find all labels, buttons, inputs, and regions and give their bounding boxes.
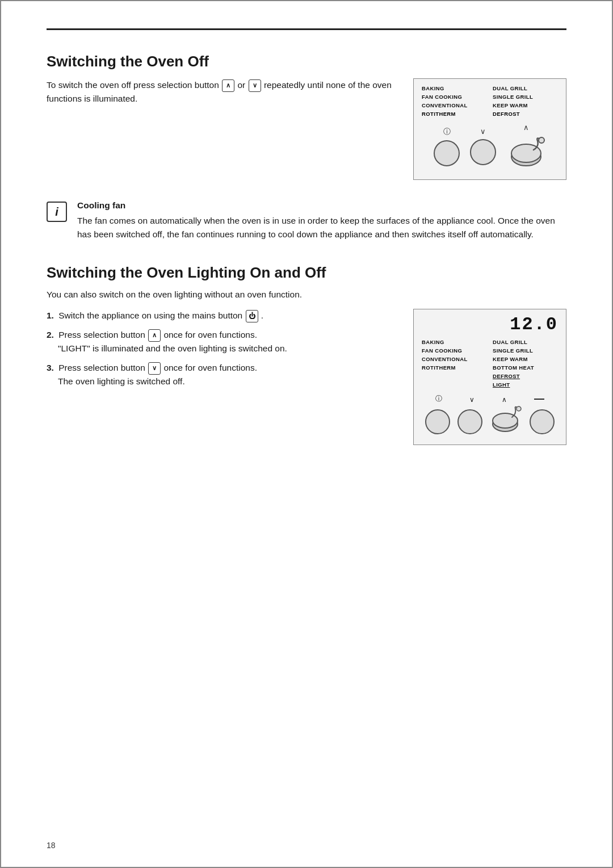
panel1-circle-1 bbox=[434, 140, 460, 166]
panel1-chevron-up-col: ∧ bbox=[506, 123, 546, 169]
svg-point-2 bbox=[539, 137, 544, 143]
panel2-display-row: 12.0 bbox=[422, 314, 558, 336]
up-btn-step2: ∧ bbox=[148, 329, 161, 342]
label-defrost: DEFROST bbox=[493, 110, 558, 118]
info-heading: Cooling fan bbox=[77, 200, 566, 211]
section1-title: Switching the Oven Off bbox=[47, 53, 566, 70]
section2-body: 1. Switch the appliance on using the mai… bbox=[47, 309, 566, 445]
p2-keep-warm: KEEP WARM bbox=[493, 355, 558, 363]
section-switching-off: Switching the Oven Off To switch the ove… bbox=[47, 53, 566, 180]
label-single-grill: SINGLE GRILL bbox=[493, 93, 558, 100]
panel1-labels: BAKING DUAL GRILL FAN COOKING SINGLE GRI… bbox=[422, 85, 558, 118]
section2-steps-text: 1. Switch the appliance on using the mai… bbox=[47, 309, 395, 445]
section-lighting: Switching the Oven Lighting On and Off Y… bbox=[47, 264, 566, 445]
p2-empty bbox=[422, 372, 487, 380]
panel2-display: 12.0 bbox=[510, 314, 558, 335]
panel1-circle-2 bbox=[470, 139, 496, 165]
p2-dual-grill: DUAL GRILL bbox=[493, 338, 558, 346]
p2-circle-3 bbox=[530, 409, 555, 434]
panel2-icon-row: ⓘ ∨ ∧ — bbox=[422, 393, 558, 404]
knob-svg bbox=[506, 135, 546, 168]
p2-baking: BAKING bbox=[422, 338, 487, 346]
power-button-icon: ⏻ bbox=[246, 310, 258, 322]
p2-info-icon: ⓘ bbox=[435, 394, 442, 404]
info-small-icon: ⓘ bbox=[443, 127, 451, 137]
panel2-labels: BAKING DUAL GRILL FAN COOKING SINGLE GRI… bbox=[422, 338, 558, 388]
panel-diagram-1: BAKING DUAL GRILL FAN COOKING SINGLE GRI… bbox=[413, 78, 566, 180]
p2-rotitherm: ROTITHERM bbox=[422, 364, 487, 371]
p2-defrost: DEFROST bbox=[493, 372, 558, 380]
p2-knob bbox=[489, 405, 522, 434]
p2-fan-cooking: FAN COOKING bbox=[422, 347, 487, 354]
page-number: 18 bbox=[47, 841, 56, 850]
step-1: 1. Switch the appliance on using the mai… bbox=[47, 309, 395, 322]
down-button-icon: ∨ bbox=[249, 79, 261, 92]
section1-text: To switch the oven off press selection b… bbox=[47, 78, 395, 180]
info-text-block: Cooling fan The fan comes on automatical… bbox=[77, 200, 566, 241]
section2-title: Switching the Oven Lighting On and Off bbox=[47, 264, 566, 282]
label-conventional: CONVENTIONAL bbox=[422, 102, 487, 109]
p2-dash: — bbox=[534, 393, 544, 405]
p2-circle-2 bbox=[457, 409, 482, 434]
step-2: 2. Press selection button ∧ once for ove… bbox=[47, 328, 395, 355]
panel1-chevron-down-col: ∨ bbox=[470, 127, 496, 165]
panel1-controls: ⓘ ∨ ∧ bbox=[422, 123, 558, 169]
svg-point-5 bbox=[517, 406, 521, 411]
panel2-btn-row bbox=[422, 405, 558, 434]
label-rotitherm: ROTITHERM bbox=[422, 110, 487, 118]
step-3: 3. Press selection button ∨ once for ove… bbox=[47, 361, 395, 388]
p2-empty2 bbox=[422, 381, 487, 388]
section1-body: To switch the oven off press selection b… bbox=[47, 78, 566, 180]
info-body-text: The fan comes on automatically when the … bbox=[77, 214, 566, 241]
info-cooling-fan: i Cooling fan The fan comes on automatic… bbox=[47, 200, 566, 241]
p2-circle-1 bbox=[425, 409, 450, 434]
top-border bbox=[47, 28, 566, 30]
p2-knob-svg bbox=[489, 405, 522, 433]
p2-single-grill: SINGLE GRILL bbox=[493, 347, 558, 354]
down-btn-step3: ∨ bbox=[148, 362, 161, 375]
label-baking: BAKING bbox=[422, 85, 487, 92]
panel-diagram-2: 12.0 BAKING DUAL GRILL FAN COOKING SINGL… bbox=[413, 309, 566, 445]
chevron-up-icon: ∧ bbox=[523, 123, 529, 132]
info-icon-symbol: i bbox=[47, 202, 67, 222]
label-fan-cooking: FAN COOKING bbox=[422, 93, 487, 100]
page: Switching the Oven Off To switch the ove… bbox=[0, 0, 613, 868]
p2-chevron-up: ∧ bbox=[502, 396, 507, 404]
up-button-icon: ∧ bbox=[222, 79, 234, 92]
label-keep-warm: KEEP WARM bbox=[493, 102, 558, 109]
chevron-down-icon: ∨ bbox=[480, 127, 486, 136]
p2-conventional: CONVENTIONAL bbox=[422, 355, 487, 363]
section1-paragraph: To switch the oven off press selection b… bbox=[47, 78, 395, 106]
label-dual-grill: DUAL GRILL bbox=[493, 85, 558, 92]
panel1-info-col: ⓘ bbox=[434, 127, 460, 166]
p2-chevron-down: ∨ bbox=[469, 396, 475, 404]
steps-list: 1. Switch the appliance on using the mai… bbox=[47, 309, 395, 388]
p2-light: LIGHT bbox=[493, 381, 558, 388]
section2-intro: You can also switch on the oven lighting… bbox=[47, 290, 566, 300]
knob-control bbox=[506, 135, 546, 169]
p2-bottom-heat: BOTTOM HEAT bbox=[493, 364, 558, 371]
